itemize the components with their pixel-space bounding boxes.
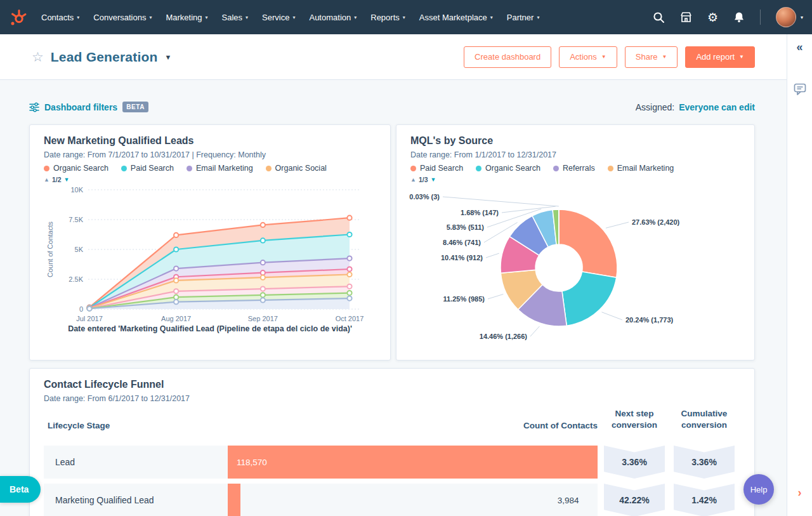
legend-label: Email Marketing xyxy=(617,164,674,173)
pager-up-icon[interactable]: ▲ xyxy=(410,176,416,183)
column-header-next-step: Next step conversion xyxy=(604,408,665,430)
nav-item-reports[interactable]: Reports▾ xyxy=(363,0,412,34)
top-nav: Contacts▾Conversations▾Marketing▾Sales▾S… xyxy=(0,0,812,34)
assigned-info: Assigned: Everyone can edit xyxy=(636,102,755,112)
collapse-panel-icon[interactable]: « xyxy=(796,41,802,54)
next-step-conversion-badge: 3.36% xyxy=(604,446,665,479)
avatar[interactable] xyxy=(776,7,796,27)
comments-icon[interactable] xyxy=(794,83,806,98)
chevron-down-icon: ▾ xyxy=(292,15,295,20)
svg-text:1.68% (147): 1.68% (147) xyxy=(461,209,499,216)
help-button[interactable]: Help xyxy=(743,474,774,505)
report-date-range: Date range: From 6/1/2017 to 12/31/2017 xyxy=(44,394,740,403)
svg-text:0: 0 xyxy=(79,305,83,313)
nav-item-label: Sales xyxy=(222,13,243,22)
svg-text:Sep 2017: Sep 2017 xyxy=(248,315,278,322)
search-icon[interactable] xyxy=(653,11,665,23)
actions-button[interactable]: Actions ▼ xyxy=(559,46,617,68)
chevron-down-icon: ▼ xyxy=(662,54,667,60)
legend-dot xyxy=(187,166,192,171)
share-button[interactable]: Share ▼ xyxy=(625,46,678,68)
funnel-bar[interactable] xyxy=(228,484,240,516)
svg-text:8.46% (741): 8.46% (741) xyxy=(443,239,481,246)
page-title: Lead Generation xyxy=(51,50,158,65)
cumulative-conversion-badge: 3.36% xyxy=(674,446,735,479)
legend-label: Paid Search xyxy=(420,164,463,173)
legend-item[interactable]: Referrals xyxy=(553,164,595,173)
legend-item[interactable]: Email Marketing xyxy=(187,164,253,173)
funnel-row: Lead118,5703.36%3.36% xyxy=(44,446,740,479)
dashboard-header: ☆ Lead Generation ▼ Create dashboard Act… xyxy=(0,34,787,80)
notifications-bell-icon[interactable] xyxy=(733,11,745,23)
svg-text:11.25% (985): 11.25% (985) xyxy=(443,295,485,303)
add-report-button[interactable]: Add report ▼ xyxy=(685,46,755,68)
column-header-cumulative: Cumulative conversion xyxy=(674,408,735,430)
svg-text:7.5K: 7.5K xyxy=(69,216,83,223)
beta-pill-button[interactable]: Beta xyxy=(0,476,41,503)
nav-item-conversations[interactable]: Conversations▾ xyxy=(86,0,159,34)
nav-item-label: Automation xyxy=(309,13,351,22)
nav-item-label: Conversations xyxy=(93,13,146,22)
chevron-down-icon: ▾ xyxy=(354,15,357,20)
nav-item-asset-marketplace[interactable]: Asset Marketplace▾ xyxy=(412,0,500,34)
pager-down-icon[interactable]: ▼ xyxy=(64,176,70,183)
legend-dot xyxy=(476,166,481,171)
legend-dot xyxy=(608,166,613,171)
chevron-down-icon: ▾ xyxy=(149,15,152,20)
expand-panel-icon[interactable]: › xyxy=(798,486,802,499)
assigned-value-link[interactable]: Everyone can edit xyxy=(679,102,755,112)
nav-item-marketing[interactable]: Marketing▾ xyxy=(159,0,214,34)
pager-up-icon[interactable]: ▲ xyxy=(44,176,49,183)
svg-text:20.24% (1,773): 20.24% (1,773) xyxy=(625,316,674,324)
add-report-label: Add report xyxy=(696,52,735,62)
cumulative-conversion-badge: 1.42% xyxy=(674,484,735,516)
nav-actions: ⚙ ▾ xyxy=(653,7,803,27)
settings-gear-icon[interactable]: ⚙ xyxy=(707,11,718,23)
actions-label: Actions xyxy=(570,52,597,62)
nav-menu: Contacts▾Conversations▾Marketing▾Sales▾S… xyxy=(34,0,546,34)
legend-item[interactable]: Paid Search xyxy=(121,164,174,173)
svg-text:5.83% (511): 5.83% (511) xyxy=(447,223,485,231)
svg-text:14.46% (1,266): 14.46% (1,266) xyxy=(480,333,528,340)
pager-down-icon[interactable]: ▼ xyxy=(431,176,436,183)
svg-text:Count of Contacts: Count of Contacts xyxy=(46,221,54,277)
svg-text:10.41% (912): 10.41% (912) xyxy=(441,254,483,261)
chevron-down-icon: ▾ xyxy=(403,15,405,20)
legend-label: Paid Search xyxy=(131,164,174,173)
legend-item[interactable]: Organic Search xyxy=(44,164,108,173)
marketplace-icon[interactable] xyxy=(680,11,692,23)
nav-item-partner[interactable]: Partner▾ xyxy=(500,0,547,34)
chevron-down-icon: ▼ xyxy=(601,54,606,60)
area-chart: 02.5K5K7.5K10KJul 2017Aug 2017Sep 2017Oc… xyxy=(44,185,376,323)
create-dashboard-label: Create dashboard xyxy=(475,52,540,62)
legend-item[interactable]: Email Marketing xyxy=(608,164,674,173)
nav-item-service[interactable]: Service▾ xyxy=(255,0,302,34)
nav-item-contacts[interactable]: Contacts▾ xyxy=(34,0,86,34)
funnel-count: 3,984 xyxy=(558,484,579,516)
share-label: Share xyxy=(636,52,658,62)
header-buttons: Create dashboard Actions ▼ Share ▼ Add r… xyxy=(464,46,755,68)
filters-row: Dashboard filters BETA Assigned: Everyon… xyxy=(29,102,755,112)
right-rail: « › xyxy=(787,34,812,516)
legend-dot xyxy=(266,166,272,171)
nav-item-sales[interactable]: Sales▾ xyxy=(215,0,256,34)
funnel-stage-label: Marketing Qualified Lead xyxy=(44,484,228,516)
dashboard-filters-toggle[interactable]: Dashboard filters BETA xyxy=(29,102,148,112)
account-menu[interactable]: ▾ xyxy=(776,7,803,27)
legend-item[interactable]: Organic Social xyxy=(266,164,327,173)
legend-item[interactable]: Organic Search xyxy=(476,164,540,173)
dashboard-switcher-caret-icon[interactable]: ▼ xyxy=(165,53,172,61)
hubspot-logo-icon[interactable] xyxy=(9,8,27,26)
nav-item-label: Partner xyxy=(507,13,534,22)
column-header-lifecycle-stage: Lifecycle Stage xyxy=(44,421,228,430)
pager-value: 1/3 xyxy=(419,176,428,183)
favorite-star-icon[interactable]: ☆ xyxy=(32,50,44,63)
chart-legend: Paid SearchOrganic SearchReferralsEmail … xyxy=(410,164,740,173)
create-dashboard-button[interactable]: Create dashboard xyxy=(464,46,551,68)
chevron-down-icon: ▼ xyxy=(739,54,744,60)
funnel-header-row: Lifecycle Stage Count of Contacts Next s… xyxy=(44,408,740,430)
legend-item[interactable]: Paid Search xyxy=(410,164,463,173)
nav-item-automation[interactable]: Automation▾ xyxy=(302,0,363,34)
funnel-bar[interactable]: 118,570 xyxy=(228,446,598,479)
assigned-label: Assigned: xyxy=(636,102,674,112)
